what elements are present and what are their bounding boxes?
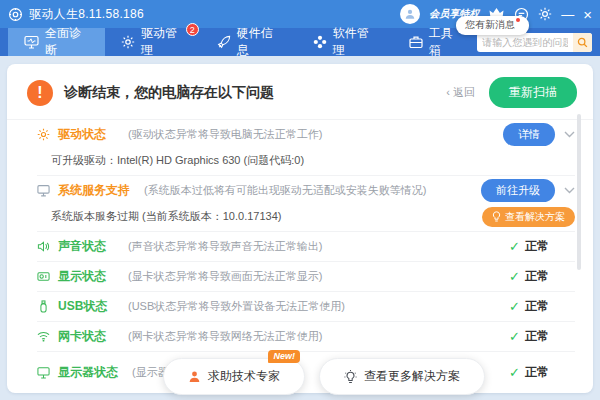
details-button[interactable]: 详情	[503, 123, 555, 146]
close-button[interactable]: ×	[583, 7, 592, 22]
status-badge: ✓ 正常	[509, 268, 575, 285]
gear-icon	[37, 128, 52, 141]
row-description: (驱动状态异常将导致电脑无法正常工作)	[128, 127, 495, 142]
driver-upgrade-detail: 可升级驱动：Intel(R) HD Graphics 630 (问题代码:0)	[37, 149, 575, 175]
search-icon[interactable]	[573, 33, 592, 52]
back-arrow-icon: ‹	[446, 86, 450, 98]
settings-gear-icon[interactable]	[538, 7, 552, 21]
row-description: (USB状态异常将导致外置设备无法正常使用)	[128, 299, 509, 314]
status-badge: ✓ 正常	[509, 328, 575, 345]
speaker-icon	[37, 240, 52, 253]
tab-software-management[interactable]: 软件管理	[297, 28, 393, 56]
minimize-button[interactable]: —	[561, 8, 574, 21]
rescan-button[interactable]: 重新扫描	[489, 77, 577, 108]
person-icon	[188, 370, 201, 383]
view-solution-button[interactable]: 查看解决方案	[482, 207, 575, 227]
table-row: 系统服务支持 (系统版本过低将有可能出现驱动无适配或安装失败等情况) 前往升级	[37, 176, 575, 205]
system-version-detail: 系统版本服务过期 (当前系统版本：10.0.17134) 查看解决方案	[37, 205, 575, 231]
bulb-icon	[344, 370, 357, 384]
driver-status-group: 驱动状态 (驱动状态异常将导致电脑无法正常工作) 详情 可升级驱动：Intel(…	[37, 120, 575, 176]
driver-gear-icon	[121, 35, 135, 49]
row-label: 显示器状态	[58, 364, 118, 381]
status-badge: ✓ 正常	[509, 298, 575, 315]
row-label: 显示状态	[58, 268, 128, 285]
diagnosis-monitor-icon	[24, 35, 39, 49]
check-icon: ✓	[509, 239, 520, 254]
tab-full-diagnosis[interactable]: 全面诊断	[8, 28, 105, 56]
main-content: ! 诊断结束，您的电脑存在以下问题 ‹ 返回 重新扫描 驱动状态 (驱动状态异常…	[0, 56, 600, 400]
user-avatar[interactable]	[400, 4, 420, 24]
scrollbar[interactable]	[577, 114, 581, 270]
back-link[interactable]: ‹ 返回	[446, 85, 475, 100]
search-box	[477, 33, 592, 52]
row-description: (显卡状态异常将导致画面无法正常显示)	[128, 269, 509, 284]
sound-status-group: 声音状态 (声音状态异常将导致声音无法正常输出) ✓ 正常	[37, 232, 575, 262]
wifi-icon	[37, 330, 52, 343]
floating-action-bar: 求助技术专家 New! 查看更多解决方案	[163, 358, 485, 395]
check-icon: ✓	[509, 365, 520, 380]
tab-driver-management[interactable]: 驱动管理 2	[105, 28, 201, 56]
search-input[interactable]	[477, 37, 573, 48]
chevron-down-icon[interactable]	[564, 131, 575, 138]
app-logo-icon	[8, 7, 23, 22]
new-message-tooltip: 您有新消息	[456, 16, 529, 35]
app-title: 驱动人生8.11.58.186	[29, 6, 144, 23]
warning-icon: !	[27, 80, 53, 106]
bulb-icon	[492, 211, 501, 222]
row-label: 网卡状态	[58, 328, 128, 345]
table-row: 显示状态 (显卡状态异常将导致画面无法正常显示) ✓ 正常	[37, 262, 575, 291]
network-status-group: 网卡状态 (网卡状态异常将导致网络无法正常使用) ✓ 正常	[37, 322, 575, 352]
diagnosis-result-title: 诊断结束，您的电脑存在以下问题	[64, 84, 274, 102]
more-solutions-button[interactable]: 查看更多解决方案	[319, 358, 485, 395]
clover-icon	[313, 35, 327, 49]
table-row: 声音状态 (声音状态异常将导致声音无法正常输出) ✓ 正常	[37, 232, 575, 261]
table-row: USB状态 (USB状态异常将导致外置设备无法正常使用) ✓ 正常	[37, 292, 575, 321]
ask-expert-button[interactable]: 求助技术专家 New!	[163, 358, 305, 395]
system-service-group: 系统服务支持 (系统版本过低将有可能出现驱动无适配或安装失败等情况) 前往升级 …	[37, 176, 575, 232]
notification-dot	[516, 18, 520, 22]
new-badge: New!	[268, 350, 300, 363]
row-label: 驱动状态	[58, 126, 128, 143]
display-status-group: 显示状态 (显卡状态异常将导致画面无法正常显示) ✓ 正常	[37, 262, 575, 292]
diagnosis-card: ! 诊断结束，您的电脑存在以下问题 ‹ 返回 重新扫描 驱动状态 (驱动状态异常…	[7, 64, 593, 393]
table-row: 驱动状态 (驱动状态异常将导致电脑无法正常工作) 详情	[37, 120, 575, 149]
table-row: 网卡状态 (网卡状态异常将导致网络无法正常使用) ✓ 正常	[37, 322, 575, 351]
monitor-icon	[37, 366, 52, 379]
diagnosis-header: ! 诊断结束，您的电脑存在以下问题 ‹ 返回 重新扫描	[7, 64, 593, 120]
go-upgrade-button[interactable]: 前往升级	[481, 179, 555, 202]
driver-update-count-badge: 2	[186, 23, 199, 36]
row-description: (声音状态异常将导致声音无法正常输出)	[128, 239, 509, 254]
status-badge: ✓ 正常	[509, 238, 575, 255]
graphics-card-icon	[37, 270, 52, 283]
row-label: 声音状态	[58, 238, 128, 255]
check-icon: ✓	[509, 329, 520, 344]
tab-hardware-info[interactable]: 硬件信息	[201, 28, 297, 56]
monitor-icon	[37, 184, 52, 197]
row-description: (网卡状态异常将导致网络无法正常使用)	[128, 329, 509, 344]
check-icon: ✓	[509, 269, 520, 284]
rocket-icon	[217, 35, 231, 49]
usb-status-group: USB状态 (USB状态异常将导致外置设备无法正常使用) ✓ 正常	[37, 292, 575, 322]
diagnosis-row-list: 驱动状态 (驱动状态异常将导致电脑无法正常工作) 详情 可升级驱动：Intel(…	[7, 120, 593, 392]
chevron-down-icon[interactable]	[564, 187, 575, 194]
check-icon: ✓	[509, 299, 520, 314]
row-label: 系统服务支持	[58, 182, 130, 199]
status-badge: ✓ 正常	[509, 364, 575, 381]
usb-icon	[37, 300, 52, 313]
row-label: USB状态	[58, 298, 128, 315]
toolbox-icon	[409, 35, 423, 49]
row-description: (系统版本过低将有可能出现驱动无适配或安装失败等情况)	[144, 183, 473, 198]
